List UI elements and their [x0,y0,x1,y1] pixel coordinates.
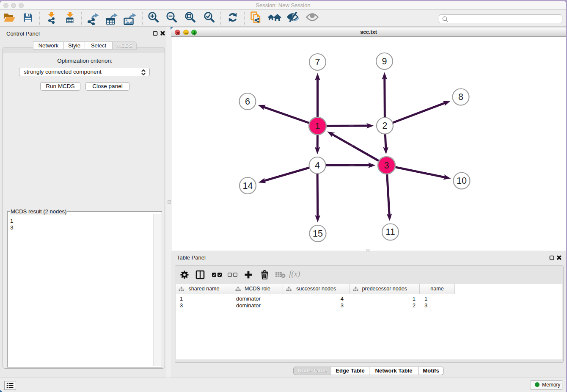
svg-text:6: 6 [245,97,250,107]
svg-text:4: 4 [315,160,320,171]
svg-text:15: 15 [313,229,323,239]
svg-text:2: 2 [383,121,388,131]
svg-text:3: 3 [384,160,389,171]
svg-text:8: 8 [458,92,463,102]
svg-text:10: 10 [457,176,467,186]
svg-text:11: 11 [385,227,395,237]
svg-text:9: 9 [382,56,387,66]
svg-text:1: 1 [315,121,320,131]
svg-text:14: 14 [243,181,253,191]
svg-text:7: 7 [315,57,320,67]
